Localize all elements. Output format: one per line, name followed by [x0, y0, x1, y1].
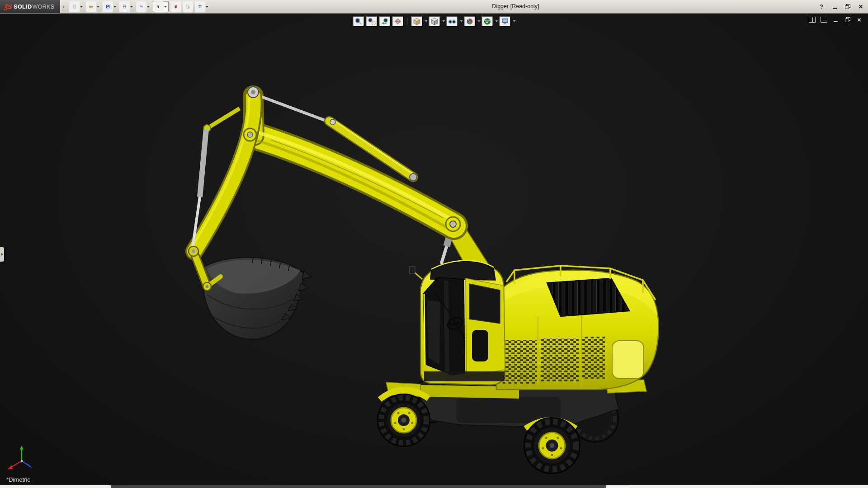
edit-appearance-sphere-icon — [466, 17, 474, 26]
main-toolbar — [69, 1, 211, 12]
front-wheel[interactable] — [377, 394, 430, 446]
help-button[interactable]: ? — [818, 3, 825, 11]
doc-minimize-icon — [834, 21, 838, 23]
y-axis-arrow — [20, 446, 24, 450]
view-orientation-button[interactable] — [411, 16, 423, 27]
undo-dropdown-arrow[interactable] — [147, 6, 150, 8]
select-button[interactable] — [153, 1, 164, 12]
cab-lower-stripe — [424, 371, 505, 381]
options-button[interactable] — [195, 1, 205, 12]
window-controls: ? × — [818, 0, 864, 13]
display-style-dropdown-arrow[interactable] — [443, 20, 445, 22]
save-icon — [106, 3, 110, 10]
zoom-to-fit-icon — [354, 17, 363, 26]
heads-up-view-toolbar — [353, 16, 516, 27]
restore-button[interactable] — [844, 3, 851, 11]
hide-show-items-button[interactable] — [446, 16, 458, 27]
view-orientation-label: *Dimetric — [6, 476, 30, 483]
doc-restore-button[interactable] — [844, 16, 851, 23]
previous-view-button[interactable] — [379, 16, 391, 27]
save-dropdown-arrow[interactable] — [113, 6, 116, 8]
toolbar-overflow-chevron[interactable]: › — [63, 3, 65, 10]
zoom-to-area-button[interactable] — [366, 16, 378, 27]
split-pane-vertical-icon — [809, 17, 816, 23]
cab-mirror — [410, 267, 415, 274]
open-folder-icon — [89, 3, 93, 10]
close-button[interactable]: × — [857, 3, 864, 11]
body-rear-panel[interactable] — [612, 341, 644, 379]
view-orientation-dropdown-arrow[interactable] — [425, 20, 428, 22]
graphics-area[interactable]: × *Dimetric — [0, 13, 868, 485]
orientation-triad — [5, 445, 39, 474]
solidworks-logo[interactable]: ƷS SOLID WORKS — [0, 0, 60, 13]
doc-restore-icon — [845, 17, 850, 22]
edit-appearance-dropdown-arrow[interactable] — [478, 20, 481, 22]
status-bar — [0, 485, 868, 488]
hide-show-dropdown-arrow[interactable] — [460, 20, 463, 22]
minimize-icon — [833, 8, 837, 9]
split-pane-vertical-button[interactable] — [809, 16, 816, 23]
display-style-icon — [430, 17, 439, 26]
cab-side-window — [469, 284, 500, 324]
apply-scene-globe-icon — [483, 17, 492, 26]
model-scene[interactable] — [0, 13, 868, 485]
select-cursor-icon — [156, 3, 160, 10]
print-button[interactable] — [119, 1, 130, 12]
section-view-button[interactable] — [392, 16, 404, 27]
split-pane-horizontal-button[interactable] — [821, 16, 827, 23]
apply-scene-dropdown-arrow[interactable] — [495, 20, 498, 22]
print-icon — [123, 3, 127, 10]
edit-appearance-button[interactable] — [464, 16, 476, 27]
digger-boom[interactable] — [253, 96, 455, 230]
view-settings-button[interactable] — [499, 16, 511, 27]
design-binder-icon — [186, 3, 190, 10]
new-document-icon — [72, 3, 76, 10]
design-binder-button[interactable] — [183, 1, 193, 12]
featuremanager-flyout-tab[interactable] — [0, 247, 4, 262]
undo-button[interactable] — [136, 1, 146, 12]
driver-seat — [472, 330, 488, 361]
view-orientation-cube-icon — [413, 17, 421, 26]
addins-icon — [174, 3, 178, 10]
doc-close-icon: × — [857, 17, 861, 23]
doc-close-button[interactable]: × — [856, 16, 863, 23]
x-axis-arrow — [7, 465, 13, 469]
solidworks-window: ƷS SOLID WORKS › — [0, 0, 868, 488]
save-button[interactable] — [103, 1, 113, 12]
minimize-button[interactable] — [831, 3, 838, 11]
open-button[interactable] — [86, 1, 96, 12]
zoom-to-area-icon — [368, 17, 376, 26]
select-dropdown-arrow[interactable] — [164, 6, 167, 8]
view-settings-monitor-icon — [501, 17, 509, 26]
previous-view-icon — [381, 17, 389, 26]
digger-cab[interactable] — [410, 261, 505, 385]
section-view-icon — [394, 17, 402, 26]
new-dropdown-arrow[interactable] — [80, 6, 83, 8]
open-dropdown-arrow[interactable] — [97, 6, 99, 8]
display-style-button[interactable] — [429, 16, 441, 27]
flyout-arrow-icon — [1, 253, 3, 256]
restore-icon — [845, 4, 850, 9]
split-pane-horizontal-icon — [821, 17, 827, 23]
new-document-button[interactable] — [69, 1, 80, 12]
digger-body[interactable] — [495, 266, 659, 389]
zoom-to-fit-button[interactable] — [353, 16, 365, 27]
title-bar: ƷS SOLID WORKS › — [0, 0, 868, 14]
hide-show-glasses-icon — [448, 17, 457, 26]
brand-text-works: WORKS — [32, 4, 54, 10]
solidworks-glyph-icon: ƷS — [4, 3, 11, 10]
brand-text-solid: SOLID — [14, 4, 32, 10]
addins-button[interactable] — [170, 1, 181, 12]
undo-icon — [139, 3, 143, 10]
view-settings-dropdown-arrow[interactable] — [513, 20, 516, 22]
digger-model[interactable] — [189, 87, 659, 474]
print-dropdown-arrow[interactable] — [130, 6, 133, 8]
rear-wheel[interactable] — [524, 418, 580, 474]
doc-minimize-button[interactable] — [832, 16, 839, 23]
options-dropdown-arrow[interactable] — [206, 6, 208, 8]
status-bar-segment — [111, 485, 606, 488]
digger-bucket[interactable] — [203, 258, 312, 339]
window-title: Digger [Read-only] — [492, 0, 539, 13]
apply-scene-button[interactable] — [481, 16, 494, 27]
document-window-controls: × — [809, 16, 863, 23]
